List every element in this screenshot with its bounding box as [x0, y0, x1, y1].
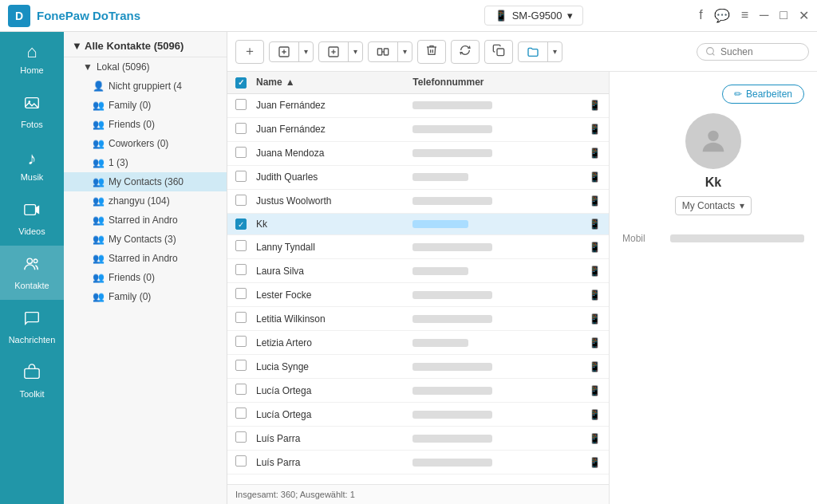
- content-area: ＋ ▾ ▾ ▾: [227, 32, 817, 504]
- row-checkbox[interactable]: [235, 312, 247, 323]
- facebook-icon[interactable]: f: [699, 8, 702, 23]
- tree-item-mycontacts[interactable]: 👥 My Contacts (360: [64, 172, 227, 191]
- edit-icon: ✏: [734, 89, 742, 100]
- detail-panel: ✏ Bearbeiten Kk My Contacts ▾ Mobil: [610, 72, 817, 504]
- message-icon[interactable]: 💬: [714, 8, 730, 23]
- add-button[interactable]: ＋: [235, 40, 264, 64]
- row-checkbox[interactable]: [235, 408, 247, 419]
- search-input[interactable]: [720, 46, 800, 57]
- tree-item-family-1[interactable]: 👥 Family (0): [64, 96, 227, 115]
- tree-item-starred-1[interactable]: 👥 Starred in Andro: [64, 211, 227, 230]
- contact-table: ✓ Name ▲ Telefonnummer Juan Fernández 📱: [227, 72, 610, 504]
- folder-button[interactable]: ▾: [518, 41, 562, 62]
- main-layout: ⌂ Home Fotos ♪ Musik Videos Kontakte: [0, 32, 817, 504]
- delete-button[interactable]: [417, 40, 446, 64]
- row-checkbox[interactable]: [235, 288, 247, 299]
- phone-device-icon: 📱: [589, 433, 601, 444]
- row-checkbox[interactable]: [235, 195, 247, 206]
- table-row[interactable]: Juana Mendoza 📱: [227, 142, 609, 166]
- triangle-icon: ▼: [72, 40, 85, 52]
- sidebar-item-videos[interactable]: Videos: [0, 191, 64, 246]
- row-checkbox[interactable]: [235, 171, 247, 182]
- table-row[interactable]: Laura Silva 📱: [227, 259, 609, 283]
- row-checkbox[interactable]: [235, 384, 247, 395]
- sidebar-item-kontakte[interactable]: Kontakte: [0, 246, 64, 300]
- tree-item-coworkers[interactable]: 👥 Coworkers (0): [64, 134, 227, 153]
- row-checkbox[interactable]: [235, 99, 247, 110]
- sidebar-item-nachrichten[interactable]: Nachrichten: [0, 300, 64, 354]
- row-checkbox[interactable]: [235, 455, 247, 467]
- phone-device-icon: 📱: [589, 409, 601, 420]
- titlebar: D FonePaw DoTrans 📱 SM-G9500 ▾ f 💬 ≡ ─ □…: [0, 0, 817, 32]
- tree-item-family-2[interactable]: 👥 Family (0): [64, 287, 227, 306]
- menu-icon[interactable]: ≡: [741, 8, 748, 23]
- maximize-icon[interactable]: □: [780, 8, 787, 23]
- tree-item-nicht-gruppiert[interactable]: 👤 Nicht gruppiert (4: [64, 77, 227, 96]
- select-chevron-icon: ▾: [740, 200, 744, 211]
- table-row[interactable]: Lucia Synge 📱: [227, 355, 609, 379]
- table-row[interactable]: Letitia Wilkinson 📱: [227, 307, 609, 331]
- table-row[interactable]: Lucía Ortega 📱: [227, 403, 609, 427]
- tree-item-zhangyu[interactable]: 👥 zhangyu (104): [64, 191, 227, 211]
- phone-device-icon: 📱: [589, 242, 601, 253]
- edit-button[interactable]: ✏ Bearbeiten: [722, 85, 804, 104]
- table-row[interactable]: Luís Parra 📱: [227, 427, 609, 451]
- phone-device-icon: 📱: [589, 289, 601, 301]
- table-row[interactable]: Luís Parra 📱: [227, 451, 609, 474]
- close-icon[interactable]: ✕: [799, 8, 809, 23]
- contact-icon-6: 👥: [93, 176, 105, 187]
- table-row[interactable]: Justus Woolworth 📱: [227, 190, 609, 214]
- table-row-kk[interactable]: ✓ Kk 📱: [227, 214, 609, 236]
- table-row[interactable]: Juan Fernández 📱: [227, 118, 609, 142]
- row-checkbox[interactable]: [235, 360, 247, 371]
- detail-group-select[interactable]: My Contacts ▾: [675, 196, 752, 215]
- left-panel: ▼ Alle Kontakte (5096) ▼ Lokal (5096) 👤 …: [64, 32, 227, 504]
- table-row[interactable]: Lucía Ortega 📱: [227, 379, 609, 403]
- phone-device-icon: 📱: [589, 457, 601, 468]
- triangle-small-icon: ▼: [83, 61, 93, 73]
- row-checkbox[interactable]: [235, 240, 247, 251]
- device-selector[interactable]: 📱 SM-G9500 ▾: [484, 6, 583, 26]
- table-area: ✓ Name ▲ Telefonnummer Juan Fernández 📱: [227, 72, 817, 504]
- table-row[interactable]: Letizia Artero 📱: [227, 331, 609, 355]
- export-button[interactable]: ▾: [318, 41, 363, 62]
- folder-chevron-icon: ▾: [548, 42, 562, 61]
- tree-item-mycontacts-3[interactable]: 👥 My Contacts (3): [64, 230, 227, 249]
- tree-item-1[interactable]: 👥 1 (3): [64, 153, 227, 172]
- sidebar-item-musik-label: Musik: [21, 172, 44, 182]
- table-row[interactable]: Juan Fernández 📱: [227, 94, 609, 118]
- tree-item-lokal[interactable]: ▼ Lokal (5096): [64, 57, 227, 77]
- row-checkbox[interactable]: [235, 336, 247, 347]
- phone-device-icon: 📱: [589, 100, 601, 111]
- duplicate-button[interactable]: [484, 40, 513, 64]
- table-row[interactable]: Judith Quarles 📱: [227, 166, 609, 190]
- sidebar-item-fotos[interactable]: Fotos: [0, 85, 64, 139]
- transfer-button[interactable]: ▾: [368, 41, 412, 62]
- tree-item-friends-2[interactable]: 👥 Friends (0): [64, 268, 227, 287]
- contact-icon-1: 👤: [93, 81, 105, 92]
- mobil-value: [670, 234, 804, 242]
- sidebar-item-musik[interactable]: ♪ Musik: [0, 139, 64, 191]
- svg-point-11: [707, 48, 714, 55]
- select-all-checkbox[interactable]: ✓: [235, 77, 247, 89]
- refresh-button[interactable]: [451, 40, 480, 64]
- tree-item-starred-2[interactable]: 👥 Starred in Andro: [64, 249, 227, 268]
- table-row[interactable]: Lester Focke 📱: [227, 283, 609, 307]
- phone-device-icon: 📱: [589, 361, 601, 372]
- row-checkbox[interactable]: [235, 431, 247, 443]
- contact-icon-4: 👥: [93, 138, 105, 149]
- import-button[interactable]: ▾: [269, 41, 314, 62]
- row-checkbox[interactable]: [235, 123, 247, 134]
- table-row[interactable]: Lanny Tyndall 📱: [227, 235, 609, 259]
- refresh-icon: [459, 44, 472, 60]
- sidebar-item-home[interactable]: ⌂ Home: [0, 32, 64, 85]
- row-checkbox[interactable]: ✓: [235, 219, 247, 230]
- minimize-icon[interactable]: ─: [760, 8, 768, 23]
- header-name[interactable]: Name ▲: [256, 77, 412, 88]
- tree-item-friends-1[interactable]: 👥 Friends (0): [64, 115, 227, 134]
- sidebar-item-toolkit[interactable]: Toolkit: [0, 354, 64, 408]
- header-checkbox[interactable]: ✓: [235, 77, 256, 89]
- row-checkbox[interactable]: [235, 264, 247, 275]
- row-checkbox[interactable]: [235, 147, 247, 158]
- svg-rect-10: [497, 49, 504, 56]
